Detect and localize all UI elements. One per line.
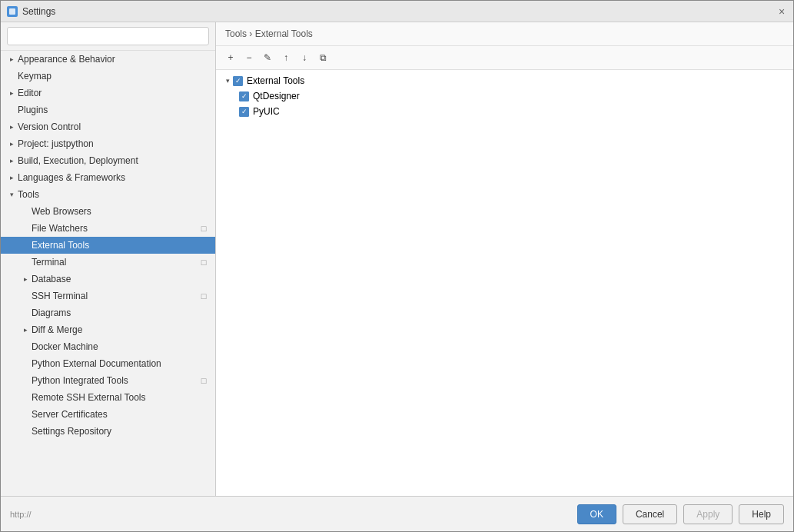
sidebar-label-python-external-documentation: Python External Documentation	[32, 358, 161, 369]
sidebar-label-tools: Tools	[18, 189, 39, 200]
window-title: Settings	[22, 6, 55, 17]
sidebar-item-diagrams[interactable]: Diagrams	[1, 304, 215, 321]
sidebar-label-web-browsers: Web Browsers	[32, 206, 91, 217]
sidebar-item-database[interactable]: ▸Database	[1, 271, 215, 288]
right-panel: Tools › External Tools + − ✎ ↑ ↓ ⧉ ▾ Ext…	[216, 22, 793, 496]
sidebar-label-python-integrated-tools: Python Integrated Tools	[32, 375, 128, 386]
sidebar-label-diff-merge: Diff & Merge	[32, 324, 82, 335]
sidebar-label-diagrams: Diagrams	[32, 308, 71, 318]
footer-url: http://	[10, 510, 571, 519]
search-input[interactable]	[7, 27, 209, 45]
sidebar-item-tools[interactable]: ▾Tools	[1, 186, 215, 203]
sidebar-label-languages-frameworks: Languages & Frameworks	[18, 172, 125, 183]
sidebar-label-project-justpython: Project: justpython	[18, 138, 94, 149]
sidebar-label-external-tools: External Tools	[32, 240, 89, 251]
sidebar-items-list: ▸Appearance & BehaviorKeymap▸EditorPlugi…	[1, 51, 215, 440]
settings-window: Settings × ▸Appearance & BehaviorKeymap▸…	[0, 0, 794, 532]
breadcrumb-path: Tools	[225, 28, 247, 39]
sidebar-item-external-tools[interactable]: External Tools	[1, 237, 215, 254]
search-bar	[1, 22, 215, 51]
sidebar-label-editor: Editor	[18, 88, 42, 98]
sidebar-label-keymap: Keymap	[18, 71, 51, 81]
remove-button[interactable]: −	[241, 49, 257, 66]
breadcrumb: Tools › External Tools	[216, 22, 793, 46]
title-bar: Settings ×	[1, 1, 793, 22]
root-checkbox[interactable]	[233, 76, 243, 86]
sidebar-item-diff-merge[interactable]: ▸Diff & Merge	[1, 321, 215, 338]
move-up-button[interactable]: ↑	[277, 49, 294, 66]
sidebar-item-project-justpython[interactable]: ▸Project: justpython	[1, 135, 215, 152]
breadcrumb-separator: ›	[249, 28, 254, 39]
badge-icon-ssh-terminal: □	[198, 291, 209, 301]
sidebar-label-ssh-terminal: SSH Terminal	[32, 291, 88, 301]
sidebar-label-appearance-behavior: Appearance & Behavior	[18, 54, 115, 65]
sidebar-item-languages-frameworks[interactable]: ▸Languages & Frameworks	[1, 169, 215, 186]
tree-root-item[interactable]: ▾ External Tools	[216, 73, 793, 88]
expand-arrow-editor: ▸	[7, 88, 16, 98]
toolbar: + − ✎ ↑ ↓ ⧉	[216, 46, 793, 70]
root-label: External Tools	[247, 75, 304, 86]
sidebar-label-build-execution-deployment: Build, Execution, Deployment	[18, 155, 138, 166]
sidebar-label-plugins: Plugins	[18, 105, 48, 115]
move-down-button[interactable]: ↓	[296, 49, 313, 66]
expand-arrow-build-execution-deployment: ▸	[7, 156, 16, 165]
add-button[interactable]: +	[222, 49, 239, 66]
badge-icon-python-integrated-tools: □	[198, 375, 209, 386]
sidebar-item-python-external-documentation[interactable]: Python External Documentation	[1, 355, 215, 372]
tree-child-qtdesigner[interactable]: QtDesigner	[216, 88, 793, 104]
expand-arrow-version-control: ▸	[7, 122, 16, 131]
root-expand-arrow: ▾	[222, 75, 233, 86]
tree-child-pyuic[interactable]: PyUIC	[216, 104, 793, 119]
expand-arrow-diff-merge: ▸	[21, 325, 30, 334]
tree-area: ▾ External Tools QtDesigner PyUIC	[216, 70, 793, 496]
expand-arrow-project-justpython: ▸	[7, 139, 16, 148]
badge-icon-terminal: □	[198, 257, 209, 268]
pyuic-label: PyUIC	[253, 106, 280, 117]
help-button[interactable]: Help	[739, 504, 784, 524]
sidebar-label-server-certificates: Server Certificates	[32, 409, 108, 420]
sidebar-item-plugins[interactable]: Plugins	[1, 101, 215, 118]
copy-button[interactable]: ⧉	[314, 49, 331, 66]
app-icon	[7, 6, 18, 17]
ok-button[interactable]: OK	[577, 504, 616, 524]
sidebar-item-file-watchers[interactable]: File Watchers□	[1, 220, 215, 237]
footer: http:// OK Cancel Apply Help	[1, 496, 793, 531]
sidebar-item-terminal[interactable]: Terminal□	[1, 254, 215, 271]
sidebar-item-ssh-terminal[interactable]: SSH Terminal□	[1, 288, 215, 304]
sidebar-item-docker-machine[interactable]: Docker Machine	[1, 338, 215, 355]
close-button[interactable]: ×	[776, 6, 787, 17]
sidebar-label-settings-repository: Settings Repository	[32, 426, 111, 437]
qtdesigner-label: QtDesigner	[253, 91, 300, 101]
sidebar-label-file-watchers: File Watchers	[32, 223, 88, 234]
main-content: ▸Appearance & BehaviorKeymap▸EditorPlugi…	[1, 22, 793, 496]
qtdesigner-checkbox[interactable]	[239, 91, 249, 101]
sidebar-label-database: Database	[32, 274, 71, 284]
pyuic-checkbox[interactable]	[239, 107, 249, 117]
sidebar-item-editor[interactable]: ▸Editor	[1, 85, 215, 101]
sidebar-item-web-browsers[interactable]: Web Browsers	[1, 203, 215, 220]
sidebar: ▸Appearance & BehaviorKeymap▸EditorPlugi…	[1, 22, 216, 496]
sidebar-item-settings-repository[interactable]: Settings Repository	[1, 423, 215, 440]
title-bar-left: Settings	[7, 6, 55, 17]
sidebar-item-version-control[interactable]: ▸Version Control	[1, 118, 215, 135]
cancel-button[interactable]: Cancel	[623, 504, 677, 524]
breadcrumb-current: External Tools	[255, 28, 313, 39]
sidebar-label-version-control: Version Control	[18, 121, 81, 132]
svg-rect-0	[9, 8, 15, 15]
expand-arrow-languages-frameworks: ▸	[7, 173, 16, 182]
edit-button[interactable]: ✎	[259, 49, 276, 66]
sidebar-label-docker-machine: Docker Machine	[32, 341, 98, 352]
sidebar-item-keymap[interactable]: Keymap	[1, 68, 215, 85]
sidebar-item-build-execution-deployment[interactable]: ▸Build, Execution, Deployment	[1, 152, 215, 169]
apply-button[interactable]: Apply	[683, 504, 733, 524]
sidebar-item-appearance-behavior[interactable]: ▸Appearance & Behavior	[1, 51, 215, 68]
expand-arrow-appearance-behavior: ▸	[7, 55, 16, 64]
expand-arrow-tools: ▾	[7, 190, 16, 199]
expand-arrow-database: ▸	[21, 274, 30, 284]
sidebar-item-remote-ssh-external-tools[interactable]: Remote SSH External Tools	[1, 389, 215, 406]
sidebar-item-server-certificates[interactable]: Server Certificates	[1, 406, 215, 423]
sidebar-label-terminal: Terminal	[32, 257, 66, 268]
sidebar-label-remote-ssh-external-tools: Remote SSH External Tools	[32, 392, 146, 403]
badge-icon-file-watchers: □	[198, 223, 209, 234]
sidebar-item-python-integrated-tools[interactable]: Python Integrated Tools□	[1, 372, 215, 389]
